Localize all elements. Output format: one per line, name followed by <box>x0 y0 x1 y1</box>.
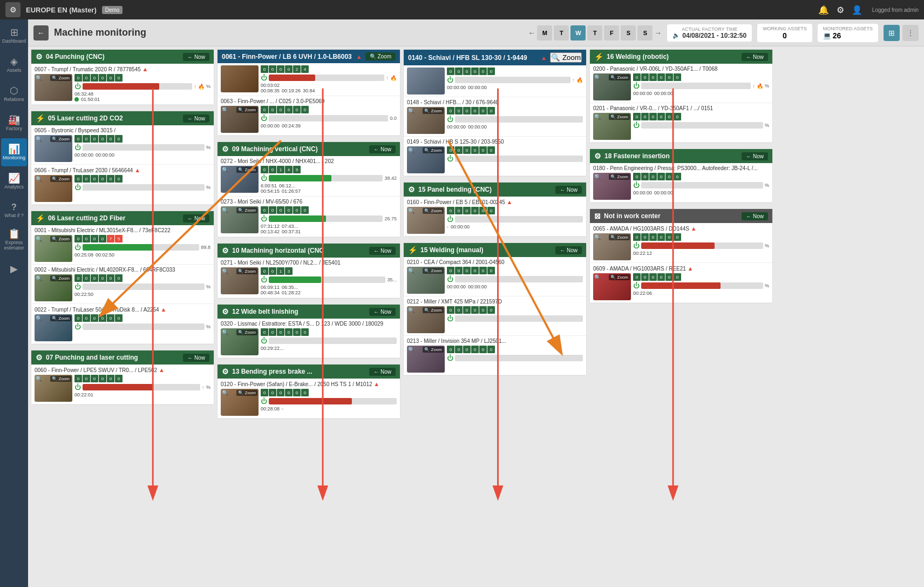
wc-10-machining-h: ⚙ 10 Machining horizontal (CNC ← Now 027… <box>217 243 400 299</box>
zoom-btn-0605[interactable]: 🔍 Zoom <box>50 136 71 142</box>
wc-15-welding-now-btn[interactable]: ← Now <box>555 246 582 254</box>
info2-0607: 01:50:01 <box>74 97 210 102</box>
machine-0065: 0065 - AMADA / HG1003ARS / DD144S ▲ 🔍 🔍 … <box>590 223 772 263</box>
search-icon-0606[interactable]: 🔍 <box>36 176 42 182</box>
machine-0607-stats: 0 0 0 0 0 0 ⏻ <box>74 74 210 102</box>
zoom-0149[interactable]: 🔍 Zoom <box>423 147 444 153</box>
search-icon-0605[interactable]: 🔍 <box>36 136 42 142</box>
wc-col2-zoom-btn[interactable]: 🔍 Zoom <box>365 52 396 60</box>
wc-06-now-btn[interactable]: ← Now <box>183 214 209 222</box>
wc-05-now-btn[interactable]: ← Now <box>183 114 209 123</box>
sidebar-item-whatif[interactable]: ? What if ? <box>1 197 27 225</box>
search-icon-0022[interactable]: 🔍 <box>36 315 42 321</box>
zoom-btn-0271[interactable]: 🔍 Zoom <box>236 268 257 274</box>
wc-13-now-btn[interactable]: ← Now <box>369 368 396 376</box>
wc-09-now-btn[interactable]: ← Now <box>369 145 396 153</box>
wc-16-now-btn[interactable]: ← Now <box>742 53 768 61</box>
search-icon-0120[interactable]: 🔍 <box>222 390 228 396</box>
search-icon-0001[interactable]: 🔍 <box>36 236 42 242</box>
zoom-0210[interactable]: 🔍 Zoom <box>423 268 444 274</box>
search-icon-0273[interactable]: 🔍 <box>222 207 228 213</box>
wc-15-panel-now-btn[interactable]: ← Now <box>555 186 582 194</box>
zoom-btn-0063[interactable]: 🔍 Zoom <box>236 107 257 113</box>
machine-0148: 0148 - Schiavi / HFB... / 30 / 676-9640 … <box>404 97 586 137</box>
wc-05-header: ⚡ 05 Laser cutting 2D CO2 ← Now <box>31 111 214 125</box>
zoom-btn-0607[interactable]: 🔍 Zoom <box>50 75 71 81</box>
zoom-btn-0320[interactable]: 🔍 Zoom <box>236 329 257 335</box>
zoom-btn-0606[interactable]: 🔍 Zoom <box>50 176 71 182</box>
machine-0212: 0212 - Miller / XMT 425 MPa / 221597D 🔍 … <box>404 296 586 336</box>
day-btn-s2[interactable]: S <box>637 25 653 41</box>
wc-04-now-btn[interactable]: ← Now <box>183 53 209 61</box>
zoom-0201[interactable]: 🔍 Zoom <box>609 114 630 120</box>
page-title: Machine monitoring <box>54 27 522 38</box>
day-btn-m[interactable]: M <box>537 25 552 41</box>
sidebar-item-express[interactable]: 📋 Express estimator <box>1 226 27 254</box>
back-button[interactable]: ← <box>33 25 49 41</box>
search-icon-0060[interactable]: 🔍 <box>36 376 42 382</box>
zoom-btn-0002[interactable]: 🔍 Zoom <box>50 275 71 281</box>
zoom-btn-0022[interactable]: 🔍 Zoom <box>50 315 71 321</box>
wc-12-linishing: ⚙ 12 Wide belt linishing ← Now 0320 - Li… <box>217 304 400 359</box>
machines-scroll[interactable]: ⚙ 04 Punching (CNC) ← Now 0607 - Trumpf … <box>28 46 924 587</box>
next-day-button[interactable]: → <box>654 29 662 37</box>
wc-07-now-btn[interactable]: ← Now <box>183 354 209 362</box>
zoom-0065[interactable]: 🔍 Zoom <box>609 234 630 240</box>
zoom-0200[interactable]: 🔍 Zoom <box>609 75 630 80</box>
sidebar-item-assets[interactable]: ◈ Assets <box>1 51 27 79</box>
zoom-btn-0273[interactable]: 🔍 Zoom <box>236 207 257 213</box>
wc-06-header: ⚡ 06 Laser cutting 2D Fiber ← Now <box>31 211 214 225</box>
user-icon[interactable]: 👤 <box>852 5 862 15</box>
day-btn-t2[interactable]: T <box>587 25 602 41</box>
wc-12-now-btn[interactable]: ← Now <box>369 308 396 316</box>
bell-icon[interactable]: 🔔 <box>818 5 829 15</box>
zoom-btn-0120[interactable]: 🔍 Zoom <box>236 390 257 396</box>
wc-18-now-btn[interactable]: ← Now <box>742 152 768 160</box>
search-icon-0271[interactable]: 🔍 <box>222 268 228 274</box>
search-icon-0002[interactable]: 🔍 <box>36 275 42 281</box>
day-btn-f[interactable]: F <box>604 25 619 41</box>
zoom-btn-0001[interactable]: 🔍 Zoom <box>50 236 71 242</box>
gear-icon[interactable]: ⚙ <box>837 5 844 15</box>
zoom-btn-0272[interactable]: 🔍 Zoom <box>236 167 257 173</box>
zoom-0140[interactable]: 🔍 Zoom <box>550 52 582 63</box>
machine-0120: 0120 - Finn-Power (Safan) / E-Brake... /… <box>218 379 400 419</box>
grid-view-button[interactable]: ⊞ <box>884 25 900 41</box>
machine-0273: 0273 - Mori Seiki / MV-65/50 / 676 🔍 🔍 Z… <box>218 197 400 237</box>
sidebar-item-factory[interactable]: 🏭 Factory <box>1 109 27 137</box>
wc-not-header: ⊠ Not in work center ← Now <box>590 209 772 223</box>
search-icon-0320[interactable]: 🔍 <box>222 329 228 335</box>
sidebar-item-analytics[interactable]: 📈 Analytics <box>1 167 27 195</box>
sidebar-item-relations[interactable]: ⬡ Relations <box>1 80 27 108</box>
search-icon-0063[interactable]: 🔍 <box>222 107 228 113</box>
sidebar-label-dashboard: Dashboard <box>2 39 26 44</box>
analytics-icon: 📈 <box>8 173 20 183</box>
zoom-0148[interactable]: 🔍 Zoom <box>423 108 444 114</box>
zoom-0180[interactable]: 🔍 Zoom <box>609 174 630 180</box>
zoom-btn-0060[interactable]: 🔍 Zoom <box>50 376 71 382</box>
day-btn-s1[interactable]: S <box>621 25 636 41</box>
wc-not-now-btn[interactable]: ← Now <box>742 212 768 220</box>
monitored-assets-block: MONITORED ASSETS 💻 26 <box>818 24 878 42</box>
sidebar-label-analytics: Analytics <box>4 185 24 190</box>
app-logo: ⚙ <box>5 2 21 17</box>
zoom-0213[interactable]: 🔍 Zoom <box>423 347 444 353</box>
whatif-icon: ? <box>11 203 17 212</box>
wc-not-title: Not in work center <box>604 212 738 220</box>
wc-04-title: 04 Punching (CNC) <box>46 53 180 60</box>
search-icon-0272[interactable]: 🔍 <box>222 167 228 173</box>
sidebar-item-monitoring[interactable]: 📊 Monitoring <box>1 138 27 166</box>
relations-icon: ⬡ <box>10 86 18 96</box>
zoom-0160[interactable]: 🔍 Zoom <box>423 208 444 214</box>
prev-day-button[interactable]: ← <box>528 29 535 37</box>
zoom-0609[interactable]: 🔍 Zoom <box>609 274 630 280</box>
sidebar-item-arrow[interactable]: ▶ <box>1 255 27 283</box>
sidebar-item-dashboard[interactable]: ⊞ Dashboard <box>1 22 27 50</box>
search-icon[interactable]: 🔍 <box>36 75 42 81</box>
zoom-0212[interactable]: 🔍 Zoom <box>423 307 444 313</box>
wc-10-now-btn[interactable]: ← Now <box>369 247 396 255</box>
counter-0607: 0 0 0 0 0 0 <box>74 74 210 82</box>
day-btn-t1[interactable]: T <box>554 25 569 41</box>
list-view-button[interactable]: ⋮ <box>902 25 919 41</box>
day-btn-w[interactable]: W <box>570 25 586 41</box>
